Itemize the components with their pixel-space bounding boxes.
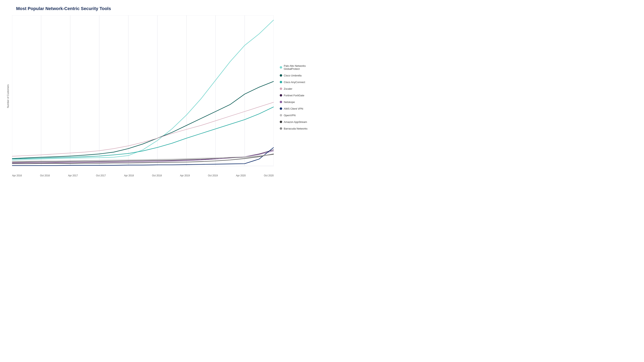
- x-label-oct2017: Oct 2017: [96, 174, 106, 177]
- main-chart-svg: [12, 15, 274, 173]
- legend-dot-amazon-appstream: [280, 121, 282, 123]
- legend: Palo Alto Networks GlobalProtect Cisco U…: [274, 15, 318, 177]
- chart-container: Most Popular Network-Centric Security To…: [0, 0, 322, 181]
- x-label-apr2020: Apr 2020: [236, 174, 246, 177]
- chart-title: Most Popular Network-Centric Security To…: [6, 6, 318, 11]
- x-label-apr2018: Apr 2018: [124, 174, 134, 177]
- legend-dot-zscaler: [280, 87, 282, 90]
- line-zscaler: [12, 102, 274, 156]
- legend-item-cisco-umbrella: Cisco Umbrella: [280, 74, 318, 77]
- x-label-apr2017: Apr 2017: [68, 174, 78, 177]
- legend-label-openvpn: OpenVPN: [284, 114, 296, 117]
- legend-label-netskope: Netskope: [284, 100, 295, 104]
- legend-dot-netskope: [280, 101, 282, 103]
- legend-dot-fortinet: [280, 94, 282, 96]
- legend-label-palo-alto: Palo Alto Networks GlobalProtect: [284, 64, 318, 70]
- x-label-apr2019: Apr 2019: [180, 174, 190, 177]
- x-label-apr2016: Apr 2016: [12, 174, 22, 177]
- legend-item-barracuda: Barracuda Networks: [280, 127, 318, 130]
- legend-dot-aws-vpn: [280, 107, 282, 110]
- line-palo-alto: [12, 20, 274, 160]
- x-label-oct2016: Oct 2016: [40, 174, 50, 177]
- legend-dot-palo-alto: [280, 66, 282, 69]
- legend-item-openvpn: OpenVPN: [280, 114, 318, 117]
- y-axis-label: Number of Customers: [6, 15, 10, 177]
- x-label-oct2018: Oct 2018: [152, 174, 162, 177]
- legend-item-aws-vpn: AWS Client VPN: [280, 107, 318, 110]
- chart-area: Apr 2016 Oct 2016 Apr 2017 Oct 2017 Apr …: [12, 15, 274, 177]
- legend-item-zscaler: Zscaler: [280, 87, 318, 90]
- line-cisco-umbrella: [12, 81, 274, 159]
- legend-label-zscaler: Zscaler: [284, 87, 292, 90]
- legend-label-amazon-appstream: Amazon AppStream: [284, 120, 307, 123]
- legend-item-palo-alto: Palo Alto Networks GlobalProtect: [280, 64, 318, 70]
- legend-label-aws-vpn: AWS Client VPN: [284, 107, 303, 110]
- legend-item-fortinet: Fortinet FortiGate: [280, 94, 318, 97]
- legend-item-netskope: Netskope: [280, 100, 318, 104]
- legend-dot-openvpn: [280, 114, 282, 116]
- line-fortinet: [12, 150, 274, 162]
- legend-dot-cisco-umbrella: [280, 74, 282, 77]
- x-axis-labels: Apr 2016 Oct 2016 Apr 2017 Oct 2017 Apr …: [12, 173, 274, 177]
- legend-label-fortinet: Fortinet FortiGate: [284, 94, 304, 97]
- legend-item-cisco-anyconnect: Cisco AnyConnect: [280, 81, 318, 84]
- legend-label-barracuda: Barracuda Networks: [284, 127, 308, 130]
- legend-label-cisco-umbrella: Cisco Umbrella: [284, 74, 302, 77]
- x-label-oct2019: Oct 2019: [208, 174, 218, 177]
- legend-item-amazon-appstream: Amazon AppStream: [280, 120, 318, 123]
- legend-dot-cisco-anyconnect: [280, 81, 282, 83]
- svg-wrapper: [12, 15, 274, 173]
- x-label-oct2020: Oct 2020: [264, 174, 274, 177]
- chart-body: Number of Customers: [6, 15, 318, 177]
- legend-dot-barracuda: [280, 127, 282, 130]
- legend-label-cisco-anyconnect: Cisco AnyConnect: [284, 81, 305, 84]
